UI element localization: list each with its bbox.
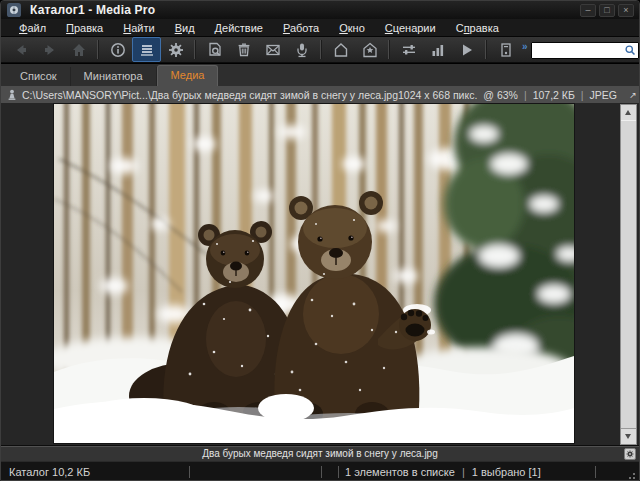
scroll-up-arrow[interactable] <box>621 105 636 121</box>
status-bar: Каталог 10,2 КБ 1 элементов в списке | 1… <box>1 461 639 481</box>
list-view-icon <box>139 42 155 58</box>
file-size: 107,2 КБ <box>533 89 575 101</box>
tab-list[interactable]: Список <box>7 67 71 86</box>
path-bar: C:\Users\MANSORY\Pict...\Два бурых медве… <box>1 86 639 103</box>
menu-item-справка[interactable]: Справка <box>446 21 509 35</box>
status-separator <box>338 466 339 478</box>
resize-grip[interactable] <box>625 469 635 479</box>
chart-icon <box>430 42 446 58</box>
doc-search-icon <box>207 42 223 58</box>
panel-icon <box>498 42 514 58</box>
sliders-icon <box>401 42 417 58</box>
menu-item-найти[interactable]: Найти <box>113 21 164 35</box>
photo-two-bears[interactable] <box>54 104 574 443</box>
status-separator <box>189 466 190 478</box>
caption-settings-button[interactable] <box>624 448 636 460</box>
play-icon <box>459 42 475 58</box>
search-icon[interactable] <box>624 42 636 54</box>
fullscreen-icon[interactable]: ↗ <box>627 90 639 100</box>
tab-thumbnail[interactable]: Миниатюра <box>71 67 157 86</box>
menu-item-вид[interactable]: Вид <box>165 21 205 35</box>
status-separator <box>321 466 322 478</box>
menu-item-файл[interactable]: Файл <box>9 21 56 35</box>
app-icon <box>7 3 21 17</box>
toolbar-separator <box>485 40 487 59</box>
toolbar-separator <box>388 40 390 59</box>
menu-item-работа[interactable]: Работа <box>273 21 329 35</box>
menu-item-сценарии[interactable]: Сценарии <box>375 21 446 35</box>
list-view-button[interactable] <box>132 37 161 62</box>
scrollbar-thumb[interactable] <box>621 120 636 431</box>
menu-item-действие[interactable]: Действие <box>205 21 273 35</box>
view-tab-bar: Список Миниатюра Медиа <box>1 63 639 86</box>
app-window: Каталог1 - Media Pro – □ × ФайлПравкаНай… <box>0 0 640 481</box>
tag-icon <box>333 42 349 58</box>
statistics-button[interactable] <box>423 37 452 62</box>
preview-button[interactable] <box>200 37 229 62</box>
close-button[interactable]: × <box>618 4 634 17</box>
info-panel-button[interactable] <box>491 37 520 62</box>
tab-media[interactable]: Медиа <box>157 65 219 86</box>
parent-folder-button[interactable] <box>64 37 93 62</box>
back-button[interactable] <box>6 37 35 62</box>
arrow-right-icon <box>42 42 58 58</box>
window-title: Каталог1 - Media Pro <box>30 3 155 17</box>
status-separator <box>595 466 596 478</box>
mail-icon <box>265 42 281 58</box>
scroll-down-arrow[interactable] <box>621 428 636 444</box>
voice-annotation-button[interactable] <box>287 37 316 62</box>
title-bar: Каталог1 - Media Pro – □ × <box>1 1 639 19</box>
home-icon <box>71 42 87 58</box>
star-icon <box>362 42 378 58</box>
media-caption: Два бурых медведя сидят зимой в снегу у … <box>202 448 437 459</box>
forward-button[interactable] <box>35 37 64 62</box>
rating-button[interactable] <box>355 37 384 62</box>
search-input[interactable] <box>531 42 639 59</box>
slideshow-button[interactable] <box>452 37 481 62</box>
info-icon <box>110 42 126 58</box>
list-count-status: 1 элементов в списке | 1 выбрано [1] <box>345 466 541 478</box>
label-button[interactable] <box>326 37 355 62</box>
toolbar-separator <box>97 40 99 59</box>
email-button[interactable] <box>258 37 287 62</box>
trash-icon <box>236 42 252 58</box>
file-path: C:\Users\MANSORY\Pict...\Два бурых медве… <box>22 89 398 101</box>
file-format: JPEG <box>590 89 617 101</box>
toolbar: » <box>1 36 639 63</box>
catalog-size-status: Каталог 10,2 КБ <box>9 466 90 478</box>
arrow-left-icon <box>13 42 29 58</box>
settings-button[interactable] <box>161 37 190 62</box>
minimize-button[interactable]: – <box>580 4 596 17</box>
mic-icon <box>294 42 310 58</box>
caption-bar: Два бурых медведя сидят зимой в снегу у … <box>1 446 639 461</box>
info-button[interactable] <box>103 37 132 62</box>
toolbar-separator <box>194 40 196 59</box>
gear-icon <box>168 42 184 58</box>
menu-item-окно[interactable]: Окно <box>329 21 375 35</box>
media-view-pane <box>1 103 639 446</box>
menu-item-правка[interactable]: Правка <box>56 21 113 35</box>
selection-status: 1 выбрано [1] <box>472 466 541 478</box>
toolbar-separator <box>320 40 322 59</box>
maximize-button[interactable]: □ <box>599 4 615 17</box>
vertical-scrollbar[interactable] <box>620 104 637 445</box>
adjustments-button[interactable] <box>394 37 423 62</box>
zoom-level: @ 63% <box>483 89 518 101</box>
delete-button[interactable] <box>229 37 258 62</box>
menu-bar: ФайлПравкаНайтиВидДействиеРаботаОкноСцен… <box>1 19 639 36</box>
media-type-icon <box>7 89 17 101</box>
toolbar-overflow-chevron[interactable]: » <box>522 41 527 52</box>
image-dimensions: 1024 x 668 пикс. <box>398 89 477 101</box>
